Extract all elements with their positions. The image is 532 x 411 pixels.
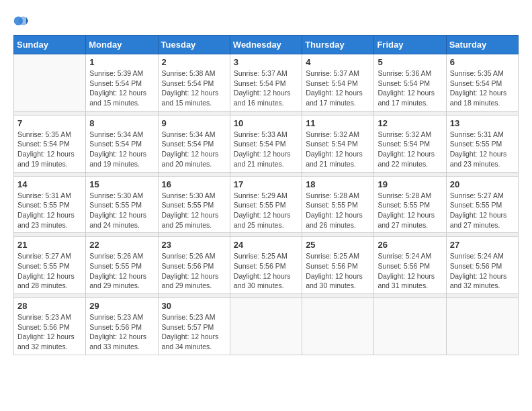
day-info: Sunrise: 5:38 AMSunset: 5:54 PMDaylight:… — [162, 68, 226, 108]
day-info: Sunrise: 5:23 AMSunset: 5:56 PMDaylight:… — [89, 312, 154, 352]
calendar-cell: 23Sunrise: 5:26 AMSunset: 5:56 PMDayligh… — [158, 237, 230, 294]
day-info: Sunrise: 5:28 AMSunset: 5:55 PMDaylight:… — [306, 191, 370, 230]
calendar-cell: 30Sunrise: 5:23 AMSunset: 5:57 PMDayligh… — [158, 298, 230, 355]
day-info: Sunrise: 5:39 AMSunset: 5:54 PMDaylight:… — [89, 68, 154, 108]
day-number: 7 — [17, 118, 82, 128]
day-info: Sunrise: 5:37 AMSunset: 5:54 PMDaylight:… — [306, 68, 370, 108]
calendar-cell: 9Sunrise: 5:34 AMSunset: 5:54 PMDaylight… — [158, 115, 230, 172]
calendar-cell: 29Sunrise: 5:23 AMSunset: 5:56 PMDayligh… — [86, 298, 158, 355]
day-number: 28 — [17, 301, 82, 311]
day-info: Sunrise: 5:35 AMSunset: 5:54 PMDaylight:… — [450, 68, 515, 108]
calendar-cell: 13Sunrise: 5:31 AMSunset: 5:55 PMDayligh… — [446, 115, 518, 172]
calendar-cell: 18Sunrise: 5:28 AMSunset: 5:55 PMDayligh… — [302, 176, 374, 233]
calendar-week-row: 28Sunrise: 5:23 AMSunset: 5:56 PMDayligh… — [14, 298, 519, 355]
header — [13, 13, 519, 28]
logo-icon — [13, 13, 28, 28]
day-info: Sunrise: 5:29 AMSunset: 5:55 PMDaylight:… — [234, 191, 298, 230]
calendar-cell: 2Sunrise: 5:38 AMSunset: 5:54 PMDaylight… — [158, 54, 230, 111]
calendar-cell: 15Sunrise: 5:30 AMSunset: 5:55 PMDayligh… — [86, 176, 158, 233]
calendar-cell: 20Sunrise: 5:27 AMSunset: 5:55 PMDayligh… — [446, 176, 518, 233]
day-info: Sunrise: 5:34 AMSunset: 5:54 PMDaylight:… — [89, 130, 154, 169]
calendar-cell: 24Sunrise: 5:25 AMSunset: 5:56 PMDayligh… — [230, 237, 302, 294]
day-number: 19 — [378, 179, 442, 189]
day-number: 4 — [306, 57, 370, 67]
calendar-cell — [230, 298, 302, 355]
calendar-cell: 10Sunrise: 5:33 AMSunset: 5:54 PMDayligh… — [230, 115, 302, 172]
day-number: 24 — [234, 240, 298, 250]
calendar-cell — [374, 298, 446, 355]
day-number: 21 — [17, 240, 82, 250]
day-info: Sunrise: 5:31 AMSunset: 5:55 PMDaylight:… — [450, 130, 515, 169]
calendar-cell: 14Sunrise: 5:31 AMSunset: 5:55 PMDayligh… — [14, 176, 86, 233]
calendar-week-row: 1Sunrise: 5:39 AMSunset: 5:54 PMDaylight… — [14, 54, 519, 111]
day-info: Sunrise: 5:33 AMSunset: 5:54 PMDaylight:… — [234, 130, 298, 169]
day-info: Sunrise: 5:31 AMSunset: 5:55 PMDaylight:… — [17, 191, 82, 230]
calendar-cell: 19Sunrise: 5:28 AMSunset: 5:55 PMDayligh… — [374, 176, 446, 233]
day-number: 6 — [450, 57, 515, 67]
calendar-cell: 16Sunrise: 5:30 AMSunset: 5:55 PMDayligh… — [158, 176, 230, 233]
weekday-header: Friday — [374, 36, 446, 54]
weekday-header: Tuesday — [158, 36, 230, 54]
day-info: Sunrise: 5:23 AMSunset: 5:56 PMDaylight:… — [17, 312, 82, 352]
day-number: 11 — [306, 118, 370, 128]
calendar-header-row: SundayMondayTuesdayWednesdayThursdayFrid… — [14, 36, 519, 54]
day-info: Sunrise: 5:24 AMSunset: 5:56 PMDaylight:… — [378, 251, 442, 291]
day-info: Sunrise: 5:27 AMSunset: 5:55 PMDaylight:… — [17, 251, 82, 291]
calendar-cell: 4Sunrise: 5:37 AMSunset: 5:54 PMDaylight… — [302, 54, 374, 111]
svg-marker-2 — [26, 17, 28, 24]
calendar-cell — [446, 298, 518, 355]
calendar-cell: 21Sunrise: 5:27 AMSunset: 5:55 PMDayligh… — [14, 237, 86, 294]
calendar-week-row: 14Sunrise: 5:31 AMSunset: 5:55 PMDayligh… — [14, 176, 519, 233]
day-info: Sunrise: 5:24 AMSunset: 5:56 PMDaylight:… — [450, 251, 515, 291]
calendar-cell: 26Sunrise: 5:24 AMSunset: 5:56 PMDayligh… — [374, 237, 446, 294]
day-number: 1 — [89, 57, 154, 67]
calendar-cell: 28Sunrise: 5:23 AMSunset: 5:56 PMDayligh… — [14, 298, 86, 355]
calendar-table: SundayMondayTuesdayWednesdayThursdayFrid… — [13, 35, 519, 355]
day-info: Sunrise: 5:25 AMSunset: 5:56 PMDaylight:… — [306, 251, 370, 291]
day-info: Sunrise: 5:37 AMSunset: 5:54 PMDaylight:… — [234, 68, 298, 108]
day-number: 13 — [450, 118, 515, 128]
day-info: Sunrise: 5:27 AMSunset: 5:55 PMDaylight:… — [450, 191, 515, 230]
day-number: 12 — [378, 118, 442, 128]
calendar-cell: 25Sunrise: 5:25 AMSunset: 5:56 PMDayligh… — [302, 237, 374, 294]
day-number: 3 — [234, 57, 298, 67]
calendar-cell: 7Sunrise: 5:35 AMSunset: 5:54 PMDaylight… — [14, 115, 86, 172]
calendar-cell: 11Sunrise: 5:32 AMSunset: 5:54 PMDayligh… — [302, 115, 374, 172]
day-info: Sunrise: 5:30 AMSunset: 5:55 PMDaylight:… — [162, 191, 226, 230]
day-number: 14 — [17, 179, 82, 189]
day-number: 2 — [162, 57, 226, 67]
day-info: Sunrise: 5:28 AMSunset: 5:55 PMDaylight:… — [378, 191, 442, 230]
day-number: 22 — [89, 240, 154, 250]
calendar-cell: 22Sunrise: 5:26 AMSunset: 5:55 PMDayligh… — [86, 237, 158, 294]
day-number: 27 — [450, 240, 515, 250]
logo — [13, 13, 31, 28]
day-info: Sunrise: 5:35 AMSunset: 5:54 PMDaylight:… — [17, 130, 82, 169]
day-info: Sunrise: 5:26 AMSunset: 5:55 PMDaylight:… — [89, 251, 154, 291]
day-number: 18 — [306, 179, 370, 189]
day-number: 16 — [162, 179, 226, 189]
calendar-week-row: 7Sunrise: 5:35 AMSunset: 5:54 PMDaylight… — [14, 115, 519, 172]
day-number: 8 — [89, 118, 154, 128]
day-info: Sunrise: 5:30 AMSunset: 5:55 PMDaylight:… — [89, 191, 154, 230]
calendar-cell: 1Sunrise: 5:39 AMSunset: 5:54 PMDaylight… — [86, 54, 158, 111]
day-number: 15 — [89, 179, 154, 189]
calendar-cell — [302, 298, 374, 355]
calendar-week-row: 21Sunrise: 5:27 AMSunset: 5:55 PMDayligh… — [14, 237, 519, 294]
weekday-header: Sunday — [14, 36, 86, 54]
day-number: 9 — [162, 118, 226, 128]
day-number: 20 — [450, 179, 515, 189]
weekday-header: Wednesday — [230, 36, 302, 54]
weekday-header: Thursday — [302, 36, 374, 54]
calendar-cell: 3Sunrise: 5:37 AMSunset: 5:54 PMDaylight… — [230, 54, 302, 111]
day-info: Sunrise: 5:32 AMSunset: 5:54 PMDaylight:… — [306, 130, 370, 169]
calendar-cell: 8Sunrise: 5:34 AMSunset: 5:54 PMDaylight… — [86, 115, 158, 172]
calendar-cell: 17Sunrise: 5:29 AMSunset: 5:55 PMDayligh… — [230, 176, 302, 233]
day-number: 25 — [306, 240, 370, 250]
day-info: Sunrise: 5:32 AMSunset: 5:54 PMDaylight:… — [378, 130, 442, 169]
day-number: 30 — [162, 301, 226, 311]
day-number: 26 — [378, 240, 442, 250]
page-container: SundayMondayTuesdayWednesdayThursdayFrid… — [13, 13, 519, 355]
calendar-cell: 12Sunrise: 5:32 AMSunset: 5:54 PMDayligh… — [374, 115, 446, 172]
weekday-header: Monday — [86, 36, 158, 54]
weekday-header: Saturday — [446, 36, 518, 54]
